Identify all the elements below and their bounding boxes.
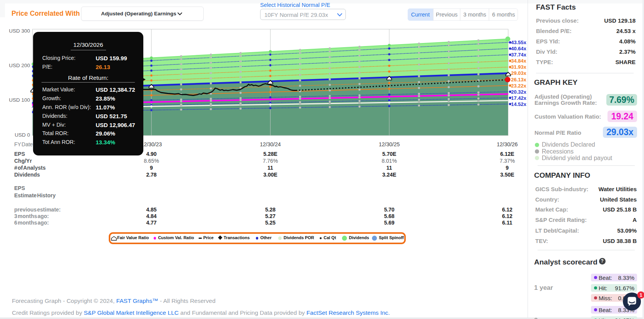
svg-text:23.22x: 23.22x (511, 83, 527, 89)
svg-text:37.74x: 37.74x (511, 52, 527, 58)
svg-text:20.32x: 20.32x (511, 89, 527, 95)
svg-text:17.42x: 17.42x (511, 95, 527, 101)
svg-text:USD 0: USD 0 (15, 132, 30, 138)
svg-text:1: 1 (640, 293, 642, 298)
svg-text:USD 300: USD 300 (9, 28, 30, 34)
svg-text:26.13x: 26.13x (511, 77, 527, 83)
svg-text:29.03x: 29.03x (511, 70, 527, 76)
svg-text:USD 200: USD 200 (9, 63, 30, 68)
svg-text:31.93x: 31.93x (511, 64, 527, 70)
svg-text:34.84x: 34.84x (511, 58, 527, 64)
svg-text:14.52x: 14.52x (511, 101, 527, 107)
svg-text:43.55x: 43.55x (511, 40, 527, 45)
svg-text:40.64x: 40.64x (511, 46, 527, 51)
svg-text:USD 100: USD 100 (9, 97, 30, 103)
